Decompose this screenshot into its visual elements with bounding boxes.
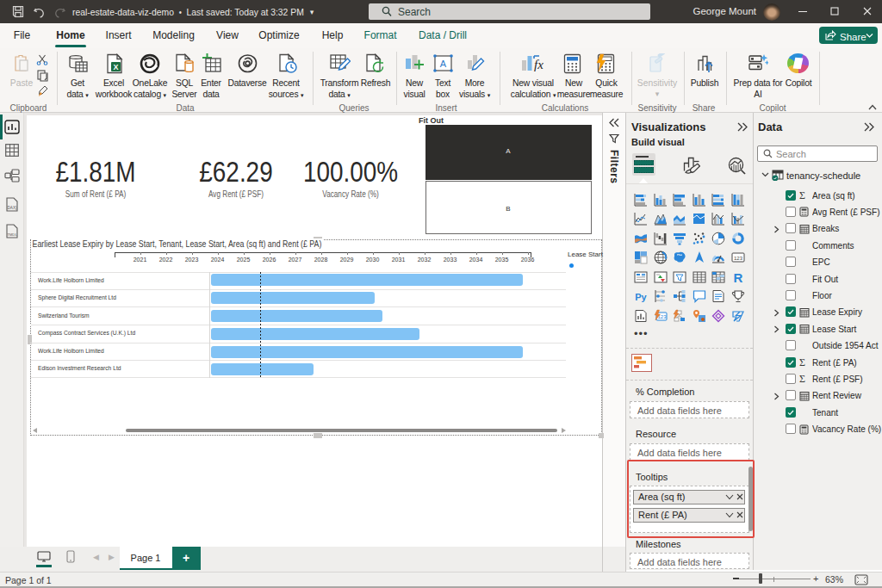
svg-text:123: 123 [733,256,742,261]
svg-text:Py: Py [635,292,647,302]
svg-text:TMDL: TMDL [7,232,17,237]
svg-text:fx: fx [534,58,543,71]
svg-text:DAX): DAX) [8,206,17,210]
svg-text:A: A [440,59,447,69]
svg-text:X: X [113,63,118,71]
svg-text:R: R [733,270,742,284]
